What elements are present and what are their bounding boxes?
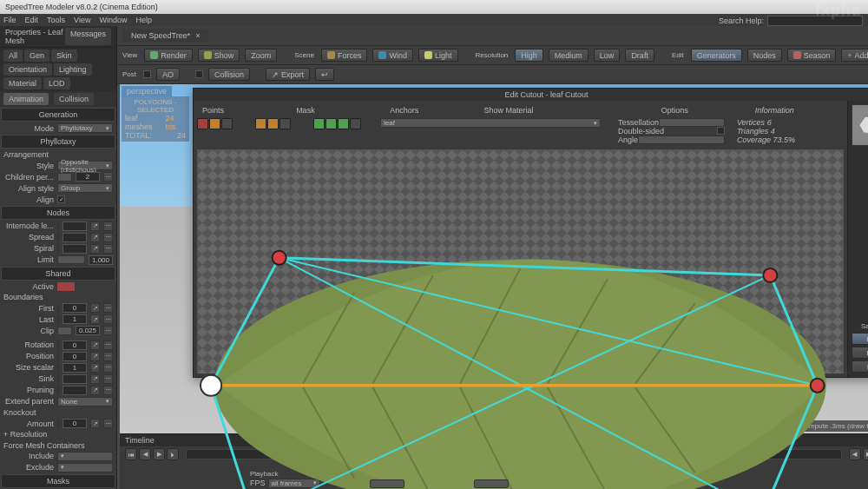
- anchor-btn4[interactable]: [350, 118, 361, 129]
- timeline-next[interactable]: ⏵: [167, 448, 179, 460]
- res-low[interactable]: Low: [594, 49, 621, 62]
- back-button[interactable]: ↩: [315, 68, 334, 81]
- saveto-med[interactable]: Med: [852, 347, 868, 359]
- add-button[interactable]: +Add: [841, 49, 868, 62]
- res-draft[interactable]: Draft: [625, 49, 654, 62]
- show-button[interactable]: Show: [198, 49, 240, 62]
- spiral-slider[interactable]: [57, 244, 59, 253]
- timeline-first[interactable]: ⏮: [125, 448, 137, 460]
- anchor-btn3[interactable]: [338, 118, 349, 129]
- res-medium[interactable]: Medium: [549, 49, 589, 62]
- left-panel: Properties - Leaf MeshMessages All Gen S…: [0, 26, 117, 489]
- wind-button[interactable]: Wind: [372, 49, 413, 62]
- tab-lighting[interactable]: Lighting: [54, 63, 92, 76]
- point-btn1[interactable]: [197, 118, 208, 129]
- mask-btn2[interactable]: [267, 118, 279, 129]
- season-button[interactable]: Season: [787, 49, 837, 62]
- export-icon: ↗: [272, 70, 279, 79]
- ao-button[interactable]: AO: [156, 68, 180, 81]
- saveto-high[interactable]: High: [852, 333, 868, 345]
- material-combo[interactable]: leaf: [380, 118, 601, 128]
- menu-help[interactable]: Help: [135, 16, 152, 24]
- save-to: Save To High Med Low: [852, 320, 868, 373]
- svg-point-19: [273, 251, 286, 265]
- nodes-header[interactable]: Nodes: [1, 206, 115, 220]
- children-spinner[interactable]: 2: [76, 172, 100, 182]
- active-color[interactable]: [57, 282, 75, 291]
- document-tab[interactable]: New SpeedTree*×: [122, 29, 208, 43]
- children-slider[interactable]: [57, 173, 72, 182]
- spread-slider[interactable]: [57, 233, 59, 241]
- masks-header[interactable]: Masks: [1, 474, 115, 488]
- cutout-thumb[interactable]: [852, 104, 868, 146]
- cutout-title: Edit Cutout - leaf Cutout: [194, 89, 868, 101]
- svg-point-24: [201, 375, 221, 396]
- menu-file[interactable]: File: [3, 16, 16, 24]
- shared-header[interactable]: Shared: [1, 267, 115, 281]
- style-combo[interactable]: Opposite (distichous): [57, 161, 113, 170]
- tab-material[interactable]: Material: [3, 77, 42, 89]
- wind-strength-slider[interactable]: [370, 479, 404, 488]
- anchor-btn2[interactable]: [326, 118, 337, 129]
- properties-title: Properties - Leaf Mesh: [5, 28, 65, 45]
- export-button[interactable]: ↗Export: [266, 68, 310, 81]
- render-button[interactable]: Render: [144, 49, 193, 62]
- tab-lod[interactable]: LOD: [43, 77, 70, 89]
- light-button[interactable]: Light: [418, 49, 458, 62]
- menu-view[interactable]: View: [74, 16, 90, 24]
- props-tabs: All Gen Skin Orientation Lighting Materi…: [0, 48, 116, 91]
- timeline-back[interactable]: ◀: [849, 448, 861, 460]
- timeline-fwd[interactable]: ▶: [863, 448, 868, 460]
- messages-tab[interactable]: Messages: [65, 28, 111, 45]
- edit-generators[interactable]: Generators: [691, 49, 742, 62]
- forces-button[interactable]: Forces: [321, 49, 368, 62]
- generation-header[interactable]: Generation: [1, 108, 115, 122]
- mode-combo[interactable]: Phyllotaxy: [57, 123, 113, 133]
- center-area: New SpeedTree*× View Render Show Zoom Sc…: [117, 26, 868, 489]
- mask-btn3[interactable]: [279, 118, 291, 129]
- tab-orientation[interactable]: Orientation: [3, 63, 52, 76]
- subtab-animation[interactable]: Animation: [3, 93, 49, 105]
- extendparent-combo[interactable]: None: [57, 397, 113, 406]
- angle-slider[interactable]: [638, 135, 725, 144]
- exclude-combo[interactable]: [57, 463, 113, 472]
- include-combo[interactable]: [57, 452, 113, 461]
- search-help: Search Help:: [719, 16, 863, 26]
- title-bar: SpeedTree Modeler v8.0.2 (Cinema Edition…: [0, 0, 868, 14]
- internode-slider[interactable]: [57, 221, 59, 230]
- res-high[interactable]: High: [515, 49, 543, 62]
- tab-gen[interactable]: Gen: [24, 50, 49, 62]
- menu-edit[interactable]: Edit: [25, 16, 39, 24]
- zoom-button[interactable]: Zoom: [245, 49, 277, 62]
- saveto-low[interactable]: Low: [852, 360, 868, 373]
- doublesided-check[interactable]: [717, 127, 725, 135]
- point-btn3[interactable]: [221, 118, 233, 129]
- tab-skin[interactable]: Skin: [51, 50, 77, 62]
- edit-nodes[interactable]: Nodes: [747, 49, 782, 62]
- viewport[interactable]: perspective POLYGONS - SELECTED leaf mes…: [120, 84, 868, 433]
- mask-btn1[interactable]: [255, 118, 266, 129]
- search-help-input[interactable]: [767, 16, 863, 26]
- svg-point-21: [811, 379, 825, 393]
- alignstyle-combo[interactable]: Group: [57, 183, 113, 193]
- edit-cutout-panel: Edit Cutout - leaf Cutout Points Mask An…: [193, 88, 868, 378]
- limit-spinner[interactable]: 1,000: [89, 255, 113, 265]
- menu-tools[interactable]: Tools: [47, 16, 65, 24]
- svg-point-20: [763, 268, 777, 282]
- collision-button[interactable]: Collision: [208, 68, 250, 81]
- cutout-viewport[interactable]: [197, 149, 844, 373]
- align-checkbox[interactable]: [57, 195, 65, 203]
- timeline-play[interactable]: ▶: [153, 448, 165, 460]
- svg-marker-25: [859, 116, 868, 134]
- timeline-prev[interactable]: ◀: [139, 448, 151, 460]
- tess-slider[interactable]: [659, 118, 725, 127]
- close-icon[interactable]: ×: [195, 31, 200, 40]
- anchor-btn1[interactable]: [313, 118, 325, 129]
- collision-checkbox[interactable]: [195, 70, 203, 78]
- menu-window[interactable]: Window: [99, 16, 127, 24]
- phyllotaxy-header[interactable]: Phyllotaxy: [1, 135, 115, 149]
- tab-all[interactable]: All: [3, 50, 23, 62]
- point-btn2[interactable]: [209, 118, 220, 129]
- subtab-collision[interactable]: Collision: [54, 93, 94, 105]
- ao-checkbox[interactable]: [143, 70, 151, 78]
